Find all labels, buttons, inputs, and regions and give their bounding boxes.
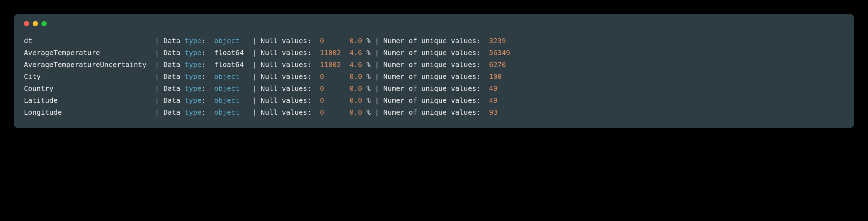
dtype-value: float64 <box>214 60 252 69</box>
null-label: Null values: <box>261 96 320 105</box>
unique-count: 93 <box>489 108 498 116</box>
separator: | <box>155 96 163 105</box>
data-label: Data <box>163 72 184 81</box>
unique-count: 49 <box>489 96 498 105</box>
colon: : <box>202 72 214 81</box>
unique-count: 49 <box>489 84 498 93</box>
separator: | <box>252 84 261 93</box>
separator: | <box>155 84 163 93</box>
output-row: Longitude | Data type: object | Null val… <box>24 106 844 118</box>
maximize-button[interactable] <box>41 21 47 26</box>
null-count: 0 <box>320 108 349 116</box>
null-count: 0 <box>320 72 349 81</box>
separator: | <box>155 108 163 116</box>
type-keyword: type <box>185 84 202 93</box>
close-button[interactable] <box>24 21 29 26</box>
unique-label: Numer of unique values: <box>383 72 489 81</box>
output-row: AverageTemperatureUncertainty | Data typ… <box>24 59 844 71</box>
colon: : <box>202 96 214 105</box>
null-count: 11002 <box>320 48 349 57</box>
type-keyword: type <box>185 72 202 81</box>
separator: | <box>155 72 163 81</box>
separator: | <box>252 72 261 81</box>
colon: : <box>202 60 214 69</box>
output-row: AverageTemperature | Data type: float64 … <box>24 47 844 59</box>
separator: | <box>375 36 383 45</box>
separator: | <box>375 48 383 57</box>
separator: | <box>375 96 383 105</box>
null-count: 0 <box>320 96 349 105</box>
output-row: dt | Data type: object | Null values: 0 … <box>24 35 844 47</box>
null-percent: 0.0 <box>349 96 366 105</box>
colon: : <box>202 84 214 93</box>
dtype-value: object <box>214 84 252 93</box>
separator: | <box>252 48 261 57</box>
column-name: Country <box>24 84 155 93</box>
type-keyword: type <box>185 36 202 45</box>
separator: | <box>252 108 261 116</box>
unique-label: Numer of unique values: <box>383 108 489 116</box>
null-label: Null values: <box>261 48 320 57</box>
colon: : <box>202 48 214 57</box>
unique-label: Numer of unique values: <box>383 84 489 93</box>
unique-label: Numer of unique values: <box>383 96 489 105</box>
column-name: City <box>24 72 155 81</box>
null-count: 0 <box>320 84 349 93</box>
dtype-value: object <box>214 96 252 105</box>
type-keyword: type <box>185 108 202 116</box>
column-name: AverageTemperatureUncertainty <box>24 60 155 69</box>
null-label: Null values: <box>261 108 320 116</box>
unique-label: Numer of unique values: <box>383 36 489 45</box>
type-keyword: type <box>185 60 202 69</box>
unique-count: 100 <box>489 72 502 81</box>
column-name: Longitude <box>24 108 155 116</box>
type-keyword: type <box>185 96 202 105</box>
separator: | <box>155 36 163 45</box>
null-label: Null values: <box>261 36 320 45</box>
window-controls <box>24 21 844 26</box>
dtype-value: object <box>214 36 252 45</box>
terminal-output: dt | Data type: object | Null values: 0 … <box>24 35 844 118</box>
type-keyword: type <box>185 48 202 57</box>
percent-sign: % <box>366 60 375 69</box>
null-count: 11002 <box>320 60 349 69</box>
colon: : <box>202 36 214 45</box>
separator: | <box>375 108 383 116</box>
output-row: City | Data type: object | Null values: … <box>24 71 844 82</box>
data-label: Data <box>163 96 184 105</box>
separator: | <box>155 48 163 57</box>
percent-sign: % <box>366 36 375 45</box>
dtype-value: object <box>214 72 252 81</box>
separator: | <box>252 60 261 69</box>
unique-count: 3239 <box>489 36 506 45</box>
separator: | <box>155 60 163 69</box>
separator: | <box>252 36 261 45</box>
colon: : <box>202 108 214 116</box>
unique-label: Numer of unique values: <box>383 60 489 69</box>
minimize-button[interactable] <box>33 21 38 26</box>
dtype-value: float64 <box>214 48 252 57</box>
output-row: Latitude | Data type: object | Null valu… <box>24 94 844 106</box>
percent-sign: % <box>366 84 375 93</box>
null-percent: 4.6 <box>349 60 366 69</box>
output-row: Country | Data type: object | Null value… <box>24 82 844 94</box>
null-count: 0 <box>320 36 349 45</box>
null-label: Null values: <box>261 60 320 69</box>
data-label: Data <box>163 48 184 57</box>
data-label: Data <box>163 84 184 93</box>
terminal-window: dt | Data type: object | Null values: 0 … <box>14 14 854 128</box>
percent-sign: % <box>366 96 375 105</box>
null-percent: 0.0 <box>349 72 366 81</box>
percent-sign: % <box>366 108 375 116</box>
separator: | <box>375 72 383 81</box>
percent-sign: % <box>366 72 375 81</box>
percent-sign: % <box>366 48 375 57</box>
column-name: AverageTemperature <box>24 48 155 57</box>
separator: | <box>252 96 261 105</box>
column-name: dt <box>24 36 155 45</box>
column-name: Latitude <box>24 96 155 105</box>
null-percent: 4.6 <box>349 48 366 57</box>
null-label: Null values: <box>261 72 320 81</box>
data-label: Data <box>163 36 184 45</box>
null-percent: 0.0 <box>349 84 366 93</box>
